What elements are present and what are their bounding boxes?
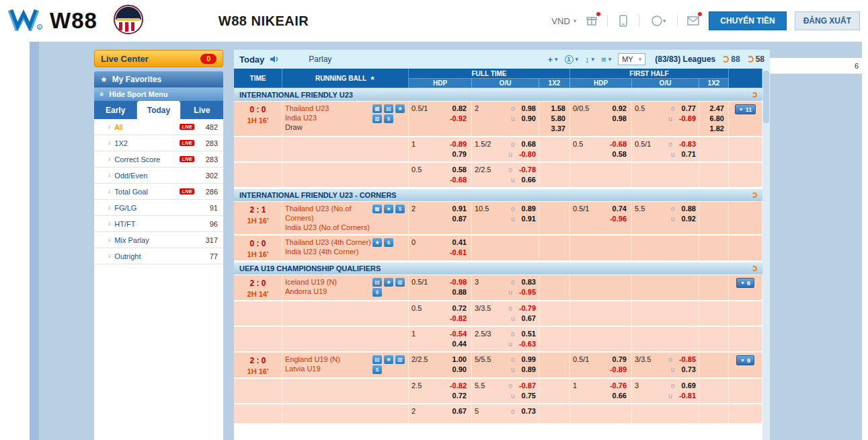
ou-odds-cell[interactable]: 5/5.5o0.99u0.89: [472, 353, 539, 377]
hdp-odds-cell[interactable]: 20.67: [409, 404, 472, 423]
ou-odds-cell[interactable]: 0.5o0.77u-0.89: [632, 102, 699, 136]
dollar-icon[interactable]: $: [372, 288, 382, 297]
hdp-odds-cell[interactable]: 20.910.87: [409, 202, 472, 234]
profile-icon[interactable]: ▾: [647, 13, 669, 28]
transfer-button[interactable]: CHUYỂN TIỀN: [709, 11, 786, 30]
away-team-name[interactable]: Andorra U19: [285, 287, 371, 296]
pin-icon[interactable]: ★: [370, 75, 375, 81]
vertical-scrollbar[interactable]: [762, 69, 770, 440]
dollar-icon[interactable]: $: [384, 238, 393, 247]
sort-order-button[interactable]: ↕▾: [585, 54, 594, 65]
ou-odds-cell[interactable]: 0.5/1o-0.83u0.71: [632, 137, 699, 161]
league-header-international-friendly-u23[interactable]: INTERNATIONAL FRIENDLY U23: [234, 88, 762, 102]
sort-time-button[interactable]: 1▾: [565, 55, 579, 64]
star-icon[interactable]: ★: [384, 205, 393, 213]
sidebar-item-all[interactable]: ›AllLIVE482: [94, 119, 223, 135]
ou-odds-cell[interactable]: 5.5o-0.87u0.75: [472, 379, 539, 403]
chart-icon[interactable]: ▤: [384, 104, 393, 113]
parlay-label[interactable]: Parlay: [309, 54, 331, 64]
speaker-icon[interactable]: [270, 54, 279, 64]
ou-odds-cell[interactable]: 3/3.5o-0.79u0.67: [472, 301, 539, 326]
brand-area[interactable]: R W88: [8, 5, 143, 37]
ou-odds-cell[interactable]: 2.5/3o0.51u-0.63: [472, 327, 539, 351]
tab-early[interactable]: Early: [94, 101, 137, 119]
home-team-name[interactable]: Thailand U23 (4th Corner): [285, 237, 371, 247]
scrollbar-thumb[interactable]: [763, 71, 769, 123]
hdp-odds-cell[interactable]: 0.5-0.680.58: [570, 137, 632, 161]
add-view-button[interactable]: +▾: [547, 54, 557, 65]
hdp-odds-cell[interactable]: 1-0.760.66: [570, 379, 632, 403]
hdp-odds-cell[interactable]: 0/0.50.920.98: [570, 102, 632, 136]
league-header-uefa-u19-championship-qualifiers[interactable]: UEFA U19 CHAMPIONSHIP QUALIFIERS: [234, 262, 762, 275]
hdp-odds-cell[interactable]: 0.5/10.82-0.92: [409, 102, 472, 136]
tv-icon[interactable]: ▦: [372, 104, 382, 113]
sidebar-item-1x2[interactable]: ›1X2LIVE283: [94, 135, 223, 151]
ou-odds-cell[interactable]: 10.5o0.89u0.91: [472, 202, 539, 234]
ou-odds-cell[interactable]: 3/3.5o-0.85u0.73: [632, 353, 699, 377]
away-team-name[interactable]: India U23: [285, 113, 371, 122]
star-icon[interactable]: ★: [372, 238, 382, 247]
hdp-odds-cell[interactable]: 1-0.890.79: [409, 137, 472, 161]
home-team-name[interactable]: Iceland U19 (N): [285, 277, 371, 287]
ou-odds-cell[interactable]: 5.5o0.88u0.92: [632, 202, 699, 234]
hdp-odds-cell[interactable]: 0.5/1-0.980.88: [409, 275, 472, 300]
dollar-icon[interactable]: $: [372, 365, 382, 374]
messages-icon[interactable]: [686, 13, 701, 28]
sidebar-item-odd-even[interactable]: ›Odd/Even302: [94, 168, 223, 184]
more-odds-button[interactable]: ▼6: [736, 278, 754, 288]
sidebar-item-fg-lg[interactable]: ›FG/LG91: [94, 200, 223, 216]
hdp-odds-cell[interactable]: 2/2.51.000.90: [409, 353, 472, 377]
sidebar-item-ht-ft[interactable]: ›HT/FT96: [94, 216, 223, 232]
chart-icon[interactable]: ▤: [372, 278, 382, 287]
ou-odds-cell[interactable]: 2o0.98u0.90: [472, 102, 539, 136]
league-header-international-friendly-u23-corners[interactable]: INTERNATIONAL FRIENDLY U23 - CORNERS: [234, 188, 762, 202]
refresh-icon[interactable]: [752, 266, 757, 271]
live-center-button[interactable]: Live Center 0: [94, 50, 223, 67]
away-team-name[interactable]: India U23 (No.of Corners): [285, 223, 371, 232]
1x2-odds-cell[interactable]: 2.476.801.82: [699, 102, 729, 136]
sidebar-item-outright[interactable]: ›Outright77: [94, 248, 223, 264]
hdp-odds-cell[interactable]: 1-0.540.44: [409, 327, 472, 351]
promotions-icon[interactable]: [584, 13, 599, 28]
ou-odds-cell[interactable]: 3o0.69u-0.81: [632, 379, 699, 403]
chart-icon[interactable]: ▤: [372, 355, 382, 364]
stats-icon[interactable]: ▥: [395, 355, 405, 364]
tab-live[interactable]: Live: [181, 101, 223, 119]
logout-button[interactable]: ĐĂNG XUẤT: [795, 11, 860, 30]
hdp-odds-cell[interactable]: 0.5/10.79-0.89: [570, 353, 632, 377]
my-favorites-button[interactable]: ★ My Favorites: [94, 71, 223, 87]
away-team-name[interactable]: India U23 (4th Corner): [285, 247, 371, 256]
hdp-odds-cell[interactable]: 00.41-0.61: [409, 235, 472, 260]
more-odds-button[interactable]: ▼9: [736, 355, 754, 365]
hdp-odds-cell[interactable]: 2.5-0.820.72: [409, 379, 472, 403]
star-icon[interactable]: ★: [395, 104, 405, 113]
currency-select[interactable]: VND ▾: [551, 16, 576, 26]
star-icon[interactable]: ★: [384, 355, 393, 364]
view-mode-button[interactable]: ≡▾: [601, 54, 611, 65]
ou-odds-cell[interactable]: 5o0.73: [472, 404, 539, 423]
refresh-icon[interactable]: [752, 92, 757, 98]
hdp-odds-cell[interactable]: 0.50.58-0.68: [409, 163, 472, 187]
mobile-icon[interactable]: [616, 13, 631, 28]
ou-odds-cell[interactable]: 2/2.5o-0.78u0.66: [472, 163, 539, 187]
hide-sport-menu-button[interactable]: « Hide Sport Menu: [94, 87, 223, 101]
tab-today[interactable]: Today: [137, 101, 180, 119]
stats-icon[interactable]: ▥: [395, 278, 405, 287]
stats-icon[interactable]: ▥: [372, 114, 382, 123]
tv-icon[interactable]: ▦: [372, 205, 382, 213]
refresh-counter-left[interactable]: 88: [722, 54, 740, 64]
ou-odds-cell[interactable]: 3o0.83u-0.95: [472, 275, 539, 300]
leagues-filter-button[interactable]: (83/83) Leagues: [655, 54, 715, 64]
odds-type-select[interactable]: MY ▾: [618, 53, 645, 65]
dollar-icon[interactable]: $: [384, 114, 393, 123]
away-team-name[interactable]: Latvia U19: [285, 364, 371, 373]
home-team-name[interactable]: England U19 (N): [285, 355, 371, 364]
home-team-name[interactable]: Thailand U23: [285, 104, 371, 113]
1x2-odds-cell[interactable]: 1.585.803.37: [539, 102, 570, 136]
hdp-odds-cell[interactable]: 0.5/10.74-0.96: [570, 202, 632, 234]
refresh-icon[interactable]: [752, 192, 757, 198]
hdp-odds-cell[interactable]: 0.50.72-0.82: [409, 301, 472, 326]
dollar-icon[interactable]: $: [395, 205, 405, 213]
sidebar-item-correct-score[interactable]: ›Correct ScoreLIVE283: [94, 151, 223, 168]
ou-odds-cell[interactable]: 1.5/2o0.68u-0.80: [472, 137, 539, 161]
